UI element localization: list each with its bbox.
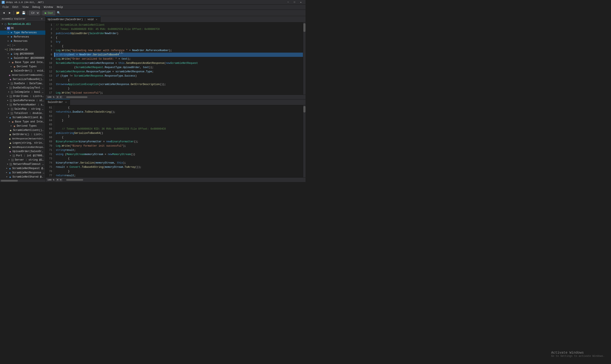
- tree-item-sendrequest[interactable]: ◉ SendRequestAndGetResponse(ScrambleNetR…: [0, 145, 45, 149]
- tree-item-quotereference[interactable]: ► ⬛ QuoteReference : string @1700000D: [0, 98, 45, 103]
- tree-item-uploadorder[interactable]: ◉ UploadOrder(SalesOrder) : void @060000…: [0, 149, 45, 154]
- tree-toggle[interactable]: ▼: [7, 31, 10, 34]
- tree-item-scramblenetrequest[interactable]: ► ◉ ScrambleNetRequest @0200000C: [0, 166, 45, 170]
- tree-toggle[interactable]: ►: [10, 65, 13, 68]
- tree-item-log[interactable]: ► ◉ Log @02000008: [0, 52, 45, 56]
- tab-upload-order[interactable]: UploadOrder(SalesOrder) : void ✕: [46, 16, 101, 22]
- tab-close-button[interactable]: ✕: [95, 18, 98, 21]
- tree-toggle[interactable]: ▼: [4, 27, 7, 30]
- language-selector[interactable]: C# IL VB: [29, 11, 40, 15]
- prop-icon: ⬛: [11, 158, 14, 162]
- menu-window[interactable]: Window: [42, 5, 54, 10]
- tree-item-port[interactable]: ► ⬛ Port : int @17000014: [0, 154, 45, 158]
- tree-toggle[interactable]: ►: [8, 158, 11, 161]
- tree-item-empty-ns[interactable]: ► { } –: [0, 43, 45, 48]
- tree-toggle[interactable]: ►: [7, 40, 10, 43]
- tree-item-resources[interactable]: ► ■ Resources: [0, 39, 45, 43]
- menu-edit[interactable]: Edit: [11, 5, 20, 10]
- tree-item-deserialize[interactable]: ◉ DeserializeFromBase64(string) : SalesO…: [0, 73, 45, 77]
- tree-item-getresponse[interactable]: ◉ GetResponse(NetworkStream) : ScrambleN…: [0, 137, 45, 141]
- tree-toggle[interactable]: ►: [6, 95, 9, 98]
- tree-toggle[interactable]: ►: [6, 103, 9, 106]
- tree-toggle[interactable]: ►: [8, 120, 11, 123]
- assembly-horizontal-scrollbar[interactable]: [0, 179, 45, 182]
- zoom-left-arrow[interactable]: ◄: [56, 96, 59, 99]
- tree-item-orderitems[interactable]: ► ⬛ OrderItems : List<string> @1700000F: [0, 94, 45, 98]
- tree-label: Logon(string, string) : bool @0600002B: [13, 142, 45, 144]
- minimize-button[interactable]: ─: [285, 0, 291, 4]
- bottom-horiz-scroll-thumb[interactable]: [66, 179, 83, 181]
- tree-item-salesrep[interactable]: ► ⬛ SalesRep : string @1700000E: [0, 107, 45, 111]
- tree-item-referencenumber[interactable]: ► ⬛ ReferenceNumber : string @1700000C: [0, 103, 45, 107]
- tree-item-logon[interactable]: ◉ Logon(string, string) : bool @0600002B: [0, 141, 45, 145]
- toolbar-forward-button[interactable]: ►: [7, 10, 12, 15]
- tree-toggle[interactable]: ►: [8, 61, 11, 64]
- tree-toggle[interactable]: ►: [6, 163, 9, 166]
- zoom-right-arrow[interactable]: ►: [59, 178, 62, 181]
- zoom-right-arrow[interactable]: ►: [59, 96, 62, 99]
- tree-item-references[interactable]: ► ■ References: [0, 35, 45, 39]
- toolbar-back-button[interactable]: ◄: [1, 10, 6, 15]
- tree-item-server[interactable]: ► ⬛ Server : string @17000013: [0, 158, 45, 162]
- top-code-text[interactable]: // ScrambleLib.ScrambleNetClient // Toke…: [54, 23, 303, 95]
- tree-item-getorders[interactable]: ◉ GetOrders() : List<SalesOrder> @060000…: [0, 132, 45, 137]
- tree-toggle[interactable]: ▼: [1, 23, 4, 26]
- tree-item-salesorder[interactable]: ▼ ◉ SalesOrder @02000009: [0, 56, 45, 60]
- tree-item-scramblelib-ns[interactable]: ▼ { } ScrambleLib: [0, 48, 45, 52]
- tree-toggle[interactable]: ►: [7, 91, 10, 93]
- menu-file[interactable]: File: [1, 5, 10, 10]
- tab-salesorder[interactable]: SalesOrder ✕: [46, 99, 70, 105]
- assembly-panel-close[interactable]: ✕: [40, 17, 44, 21]
- assembly-tree[interactable]: ▼ ⬡ ScrambleLib.dll ▼ PE PE ▼ ■ Type Ref…: [0, 22, 45, 179]
- toolbar-open-button[interactable]: 📁: [15, 10, 20, 15]
- tree-toggle[interactable]: ►: [5, 175, 9, 178]
- tree-toggle[interactable]: ►: [7, 82, 10, 85]
- tree-label: Derived Types: [17, 65, 37, 68]
- menu-debug[interactable]: Debug: [31, 5, 42, 10]
- close-button[interactable]: ✕: [298, 0, 304, 4]
- menu-help[interactable]: Help: [55, 5, 65, 10]
- tab-close-button[interactable]: ✕: [64, 101, 68, 104]
- bottom-right-scrollbar[interactable]: [303, 105, 306, 177]
- tree-toggle[interactable]: ▼: [7, 57, 10, 60]
- tree-toggle[interactable]: ►: [10, 125, 13, 128]
- tree-item-derived-1[interactable]: ► ▣ Derived Types: [0, 65, 45, 69]
- tree-item-duedate[interactable]: ► ⬛ DueDate : DateTime @17000010: [0, 81, 45, 86]
- maximize-button[interactable]: □: [291, 0, 298, 4]
- tree-item-serialize[interactable]: ◉ SerializeToBase64() : string @06000024: [0, 77, 45, 81]
- tree-item-scramblenetresponse[interactable]: ► ◉ ScrambleNetResponse @0200000D: [0, 170, 45, 175]
- top-right-scrollbar[interactable]: [303, 23, 306, 95]
- tree-toggle[interactable]: ►: [7, 52, 10, 55]
- tree-item-salesorder-ctor[interactable]: ◉ SalesOrder() : void @06000014: [0, 69, 45, 73]
- tree-item-networkreadtimeout[interactable]: ► ⬛ NetworkReadTimeout : int @04000011: [0, 162, 45, 166]
- tree-toggle[interactable]: ►: [7, 112, 10, 115]
- menu-view[interactable]: View: [21, 5, 30, 10]
- tree-toggle[interactable]: ►: [5, 171, 8, 174]
- tree-item-pe[interactable]: ▼ PE PE: [0, 26, 45, 31]
- toolbar-save-button[interactable]: 💾: [21, 10, 26, 15]
- bottom-code-text[interactable]: { return this.DueDate.ToShortDateString(…: [54, 105, 303, 177]
- tree-item-scramblelib-dll[interactable]: ▼ ⬡ ScrambleLib.dll: [0, 22, 45, 26]
- tree-item-snc-ctor[interactable]: ◉ ScrambleNetClient() : void @06000026: [0, 128, 45, 132]
- tree-item-scramblenetshared[interactable]: ► ◉ ScrambleNetShared @0200000B: [0, 175, 45, 179]
- tree-toggle[interactable]: ▼: [5, 116, 9, 119]
- top-horiz-scroll-thumb[interactable]: [66, 96, 87, 98]
- tree-item-basetype-1[interactable]: ► ▣ Base Type and Interfaces: [0, 60, 45, 65]
- tree-item-scramblenetclient[interactable]: ▼ ◉ ScrambleNetClient @0200000A: [0, 115, 45, 120]
- tree-item-basetype-2[interactable]: ► ▣ Base Type and Interfaces: [0, 120, 45, 124]
- toolbar-search-button[interactable]: 🔍: [56, 10, 61, 15]
- tree-item-iscomplete[interactable]: ► ⬛ IsComplete : bool @1700000B: [0, 90, 45, 94]
- tree-toggle[interactable]: ►: [6, 86, 9, 89]
- tree-item-totalcost[interactable]: ► ⬛ TotalCost : double @17000011: [0, 111, 45, 115]
- line-num: 13: [46, 74, 54, 78]
- tree-item-duedatedisplaytext[interactable]: ► ⬛ DueDateDisplayText : string @1700001…: [0, 86, 45, 90]
- start-button[interactable]: ▶ Start: [42, 11, 55, 15]
- tree-toggle[interactable]: ►: [7, 35, 10, 39]
- tree-toggle[interactable]: ►: [7, 107, 10, 111]
- tree-toggle[interactable]: ►: [9, 154, 12, 157]
- tree-item-type-references[interactable]: ▼ ■ Type References: [0, 31, 45, 35]
- zoom-left-arrow[interactable]: ◄: [56, 178, 59, 181]
- tree-toggle[interactable]: ►: [5, 167, 8, 170]
- tree-item-derived-2[interactable]: ► ▣ Derived Types: [0, 124, 45, 128]
- tree-toggle[interactable]: ►: [6, 99, 9, 102]
